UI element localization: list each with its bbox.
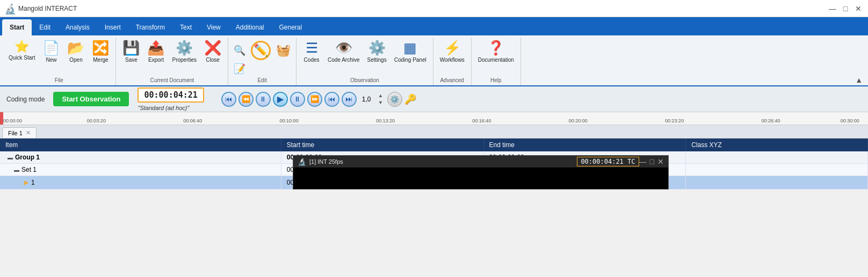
ribbon-tabs: Start Edit Analysis Insert Transform Tex… [0, 17, 868, 35]
tab-insert[interactable]: Insert [97, 19, 128, 35]
tab-edit[interactable]: Edit [32, 19, 58, 35]
tab-start[interactable]: Start [2, 19, 32, 35]
quick-start-icon: ⭐ [15, 41, 29, 53]
col-item: Item [0, 138, 281, 151]
coding-panel-button[interactable]: ▦ Coding Panel [391, 40, 430, 64]
video-title-bar: 🔬 [1] INT 25fps 00:00:04:21 TC — □ ✕ [293, 156, 668, 167]
ribbon-group-edit: 🔍 ✏️ 🧺 📝 Edit [228, 38, 296, 85]
find-button[interactable]: 🔍 [232, 43, 248, 57]
documentation-button[interactable]: ❓ Documentation [475, 40, 517, 64]
new-button[interactable]: 📄 New [39, 40, 63, 64]
workflows-button[interactable]: ⚡ Workflows [437, 40, 468, 64]
group-class [686, 151, 868, 164]
speed-up-button[interactable]: ▲ [377, 92, 385, 99]
ribbon-group-advanced: ⚡ Workflows Advanced [433, 38, 472, 85]
speed-down-button[interactable]: ▼ [377, 99, 385, 106]
coding-panel-label: Coding Panel [394, 57, 426, 63]
edit-group-label: Edit [232, 76, 293, 85]
basket-button[interactable]: 🧺 [274, 42, 293, 59]
close-doc-button[interactable]: ❌ Close [201, 40, 225, 64]
tab-analysis[interactable]: Analysis [58, 19, 97, 35]
step-frame-back-button[interactable]: ⏮ [324, 92, 339, 107]
codes-button[interactable]: ☰ Codes [300, 40, 323, 64]
ruler-time-9: 00:30:00 [841, 118, 859, 123]
quick-start-button[interactable]: ⭐ Quick Start [5, 40, 38, 62]
set-item-cell: ▬ Set 1 [0, 164, 281, 176]
video-restore-btn[interactable]: □ [650, 157, 654, 166]
edit-s-button[interactable]: 📝 [232, 62, 248, 76]
video-player: 🔬 [1] INT 25fps 00:00:04:21 TC — □ ✕ [293, 155, 669, 189]
restore-button[interactable]: □ [840, 3, 851, 14]
tab-view[interactable]: View [199, 19, 228, 35]
export-button[interactable]: 📤 Export [144, 40, 168, 64]
key-icon: 🔑 [404, 93, 416, 105]
settings-button[interactable]: ⚙️ Settings [364, 40, 390, 64]
merge-button[interactable]: 🔀 Merge [89, 40, 112, 64]
tab-additional[interactable]: Additional [228, 19, 272, 35]
close-button[interactable]: ✕ [853, 3, 864, 14]
help-group-label: Help [475, 76, 517, 85]
open-icon: 📂 [67, 41, 84, 55]
ribbon-group-observation: ☰ Codes 👁️ Code Archive ⚙️ Settings ▦ Co… [296, 38, 433, 85]
tab-transform[interactable]: Transform [128, 19, 172, 35]
code-archive-button[interactable]: 👁️ Code Archive [324, 40, 363, 64]
workflows-icon: ⚡ [444, 41, 461, 55]
video-close-btn[interactable]: ✕ [657, 157, 664, 166]
ruler-time-7: 00:23:20 [665, 118, 684, 123]
code-archive-label: Code Archive [328, 57, 359, 63]
code-archive-icon: 👁️ [335, 41, 352, 55]
set-collapse-btn[interactable]: ▬ [14, 167, 19, 173]
speed-display: 1,0 [362, 96, 371, 103]
rewind-button[interactable]: ⏪ [238, 92, 254, 107]
file-group-label: File [5, 76, 112, 85]
arrow-indicator-icon: ➤ [23, 178, 29, 187]
ribbon-group-help: ❓ Documentation Help [472, 38, 521, 85]
step-back-button[interactable]: ⏸ [256, 92, 271, 107]
skip-to-start-button[interactable]: ⏮ [221, 92, 236, 107]
speed-adjust: ▲ ▼ [377, 92, 385, 106]
tab-text[interactable]: Text [172, 19, 199, 35]
start-observation-button[interactable]: Start Observation [53, 92, 129, 106]
group-collapse-btn[interactable]: ▬ [8, 155, 13, 161]
ribbon-collapse-button[interactable]: ▲ [852, 75, 866, 85]
timecode-display: 00:00:04:21 [138, 88, 204, 103]
video-timecode: 00:00:04:21 TC [577, 157, 639, 166]
new-icon: 📄 [42, 41, 60, 55]
coding-panel-icon: ▦ [403, 41, 417, 55]
window-controls: — □ ✕ [827, 3, 864, 14]
fast-forward-button[interactable]: ⏩ [307, 92, 322, 107]
save-icon: 💾 [122, 41, 140, 55]
properties-button[interactable]: ⚙️ Properties [169, 40, 200, 64]
playback-settings-button[interactable]: ⚙️ [387, 92, 402, 107]
pause-button[interactable]: ⏸ [290, 92, 305, 107]
properties-icon: ⚙️ [176, 41, 193, 55]
edit-plus-icon: ✏️ [254, 43, 268, 57]
open-button[interactable]: 📂 Open [64, 40, 88, 64]
coding-bar: Coding mode Start Observation 00:00:04:2… [0, 86, 868, 112]
minimize-button[interactable]: — [827, 3, 838, 14]
col-start-time: Start time [281, 138, 483, 151]
file-tab-close[interactable]: ✕ [26, 129, 31, 136]
new-label: New [46, 57, 56, 63]
mode-value-label: "Standard (ad hoc)" [138, 105, 204, 111]
file-tab-1[interactable]: File 1 ✕ [2, 127, 37, 138]
title-bar: 🔬 Mangold INTERACT — □ ✕ [0, 0, 868, 17]
skip-to-end-button[interactable]: ⏭ [342, 92, 357, 107]
merge-icon: 🔀 [92, 41, 109, 55]
play-button[interactable]: ▶ [273, 92, 288, 107]
ruler-time-0: 00:00:00 [3, 118, 22, 123]
coding-mode-label: Coding mode [6, 96, 45, 103]
app-title: Mangold INTERACT [18, 5, 827, 12]
save-button[interactable]: 💾 Save [119, 40, 143, 64]
main-content: 00:00:00 00:03:20 00:06:40 00:10:00 00:1… [0, 112, 868, 189]
tab-general[interactable]: General [272, 19, 310, 35]
ruler-time-4: 00:13:20 [376, 118, 395, 123]
edit-plus-button[interactable]: ✏️ [249, 40, 273, 61]
ribbon: ⭐ Quick Start 📄 New 📂 Open 🔀 Merge File … [0, 35, 868, 86]
basket-icon: 🧺 [276, 43, 291, 57]
video-minimize-btn[interactable]: — [639, 157, 647, 166]
file-tabs: File 1 ✕ [0, 125, 868, 138]
ruler-time-3: 00:10:00 [280, 118, 299, 123]
col-class-xyz: Class XYZ [686, 138, 868, 151]
quick-start-label: Quick Start [9, 55, 35, 61]
